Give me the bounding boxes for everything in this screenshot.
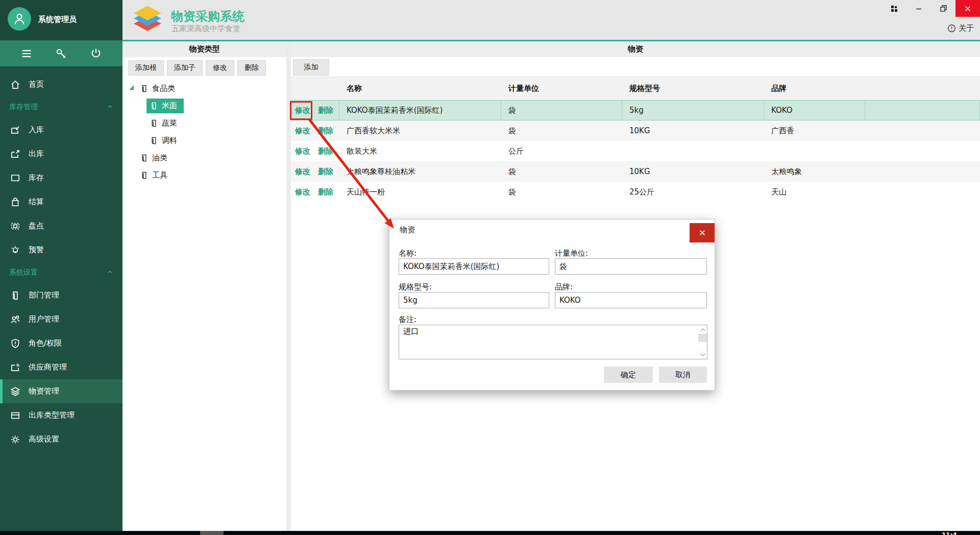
cell-brand: 广西香 <box>764 126 865 136</box>
restore-icon[interactable] <box>931 0 955 17</box>
dialog-close-icon[interactable] <box>690 223 715 242</box>
row-edit-link[interactable]: 修改 <box>295 187 310 197</box>
tree-node-oil[interactable]: 油类 <box>137 151 174 165</box>
tree-row: 油类 <box>122 149 286 166</box>
sidebar-item-label: 库存 <box>29 173 44 183</box>
name-field[interactable] <box>399 258 549 275</box>
scrollbar-thumb[interactable] <box>698 334 707 342</box>
box-signal-icon <box>9 362 21 373</box>
door-icon <box>9 290 21 301</box>
sidebar-item-stocktake[interactable]: 盘点 <box>0 214 122 238</box>
sidebar-item-roles[interactable]: 角色/权限 <box>0 331 122 355</box>
scroll-down-icon[interactable] <box>698 350 707 359</box>
cell-name: 天山特一粉 <box>339 187 501 197</box>
key-icon[interactable] <box>51 43 71 64</box>
category-icon <box>150 119 158 128</box>
tree-row: 蔬菜 <box>122 114 286 132</box>
taskbar[interactable]: 11:4 <box>0 531 980 535</box>
row-edit-link[interactable]: 修改 <box>295 167 310 177</box>
sidebar: 系统管理员 首页库存管理入库出库库存结算盘点预警系统设置部门管理用户管理角色/权… <box>0 0 122 531</box>
row-edit-link[interactable]: 修改 <box>295 126 310 136</box>
table-row[interactable]: 修改删除太粮鸣象尊桂油粘米袋10KG太粮鸣象 <box>291 161 980 182</box>
table-row[interactable]: 修改删除散装大米公斤 <box>291 141 980 161</box>
sidebar-item-department[interactable]: 部门管理 <box>0 283 122 307</box>
sidebar-item-users[interactable]: 用户管理 <box>0 307 122 331</box>
row-delete-link[interactable]: 删除 <box>318 187 333 197</box>
sidebar-item-label: 预警 <box>29 245 44 255</box>
row-delete-link[interactable]: 删除 <box>318 147 333 156</box>
home-icon <box>9 79 21 90</box>
expander-icon[interactable] <box>128 84 135 93</box>
category-icon <box>150 102 158 110</box>
sidebar-item-suppliers[interactable]: 供应商管理 <box>0 355 122 379</box>
sidebar-item-out-types[interactable]: 出库类型管理 <box>0 403 122 427</box>
tree-row: 食品类 <box>122 80 286 97</box>
sidebar-item-label: 入库 <box>29 125 44 135</box>
add-child-button[interactable]: 添加子 <box>167 60 203 76</box>
table-row[interactable]: 修改删除广西香软大米米袋10KG广西香 <box>291 120 980 141</box>
name-label: 名称: <box>399 249 416 258</box>
brand-field[interactable] <box>555 292 707 308</box>
spec-field[interactable] <box>399 292 549 308</box>
app-title: 物资采购系统 <box>171 8 244 25</box>
sidebar-nav: 首页库存管理入库出库库存结算盘点预警系统设置部门管理用户管理角色/权限供应商管理… <box>0 72 122 451</box>
tree-node-label: 调料 <box>162 136 177 145</box>
sidebar-item-stock-in[interactable]: 入库 <box>0 118 122 142</box>
category-icon <box>140 171 149 180</box>
table-row[interactable]: 修改删除KOKO泰国茉莉香米(国际红)袋5kgKOKO <box>291 100 980 120</box>
power-icon[interactable] <box>86 43 106 64</box>
delete-button[interactable]: 删除 <box>237 60 266 76</box>
remark-field[interactable]: 进口 <box>399 325 707 359</box>
grid-icon[interactable] <box>882 0 906 17</box>
sidebar-item-advanced[interactable]: 高级设置 <box>0 427 122 451</box>
box-in-icon <box>9 125 21 136</box>
category-icon <box>150 136 158 145</box>
remark-scrollbar[interactable] <box>698 325 707 359</box>
cell-brand: 天山 <box>764 187 865 197</box>
sidebar-item-stock-out[interactable]: 出库 <box>0 142 122 166</box>
section-label: 系统设置 <box>9 268 107 277</box>
sidebar-item-stock[interactable]: 库存 <box>0 166 122 190</box>
shield-icon <box>9 338 21 349</box>
column-header-brand: 品牌 <box>764 84 865 93</box>
row-delete-link[interactable]: 删除 <box>318 106 333 115</box>
hamburger-icon[interactable] <box>16 43 37 64</box>
row-edit-link[interactable]: 修改 <box>295 147 310 156</box>
tree-node-seasoning[interactable]: 调料 <box>146 133 184 148</box>
sidebar-item-materials[interactable]: 物资管理 <box>0 379 122 403</box>
close-icon[interactable] <box>955 0 980 17</box>
row-delete-link[interactable]: 删除 <box>318 167 333 177</box>
brand-label: 品牌: <box>555 282 573 292</box>
tree-node-food[interactable]: 食品类 <box>137 81 182 96</box>
ok-button[interactable]: 确定 <box>604 367 653 383</box>
sidebar-item-label: 出库类型管理 <box>29 410 75 420</box>
row-delete-link[interactable]: 删除 <box>318 126 333 136</box>
cell-name: 广西香软大米米 <box>339 126 501 136</box>
add-item-button[interactable]: 添加 <box>293 59 329 76</box>
tree-node-rice-flour[interactable]: 米面 <box>146 99 184 113</box>
sidebar-section-inventory[interactable]: 库存管理 <box>0 96 122 118</box>
minimize-icon[interactable] <box>906 0 931 17</box>
tree-node-tools[interactable]: 工具 <box>137 168 174 183</box>
tree-node-vegetables[interactable]: 蔬菜 <box>146 116 184 131</box>
edit-button[interactable]: 修改 <box>206 60 234 76</box>
sidebar-item-alert[interactable]: 预警 <box>0 238 122 262</box>
add-root-button[interactable]: 添加根 <box>128 60 164 76</box>
chevron-up-icon <box>107 103 113 111</box>
user-name: 系统管理员 <box>38 15 77 25</box>
scroll-up-icon[interactable] <box>698 325 707 334</box>
tree-node-label: 食品类 <box>152 84 175 93</box>
table-row[interactable]: 修改删除天山特一粉袋25公斤天山 <box>291 182 980 202</box>
unit-field[interactable] <box>555 258 707 275</box>
sidebar-item-settlement[interactable]: 结算 <box>0 190 122 214</box>
taskbar-app-segment[interactable] <box>200 531 224 535</box>
spec-label: 规格型号: <box>399 282 432 292</box>
cell-name: 散装大米 <box>339 147 501 156</box>
sidebar-item-home[interactable]: 首页 <box>0 72 122 96</box>
remark-label: 备注: <box>399 315 416 325</box>
sidebar-section-settings[interactable]: 系统设置 <box>0 262 122 283</box>
sidebar-item-label: 物资管理 <box>29 386 59 396</box>
cancel-button[interactable]: 取消 <box>659 367 707 383</box>
sidebar-item-label: 部门管理 <box>29 290 59 300</box>
about-button[interactable]: 关于 <box>947 23 974 33</box>
